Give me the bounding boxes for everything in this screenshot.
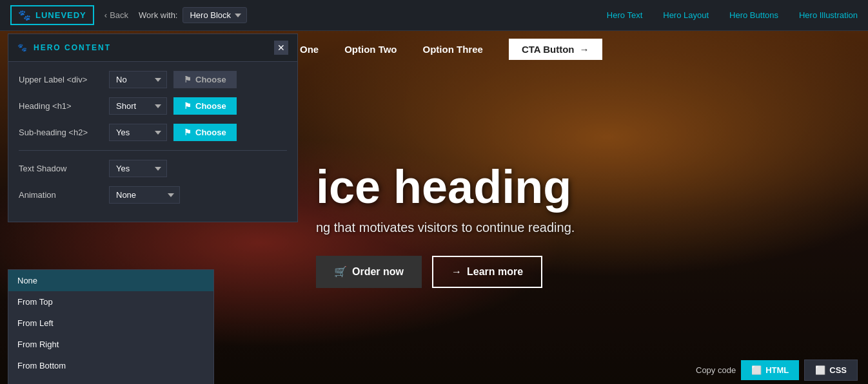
css-label: CSS	[829, 365, 847, 375]
hero-cta-nav-label: CTA Button	[522, 44, 575, 55]
panel-title-text: HERO CONTENT	[34, 43, 111, 52]
text-shadow-label: Text Shadow	[19, 164, 103, 173]
learn-more-button[interactable]: → Learn more	[432, 256, 542, 288]
choose-icon-2: ⚑	[184, 128, 192, 137]
css-icon: ⬜	[815, 365, 825, 375]
logo-icon: 🐾	[18, 9, 32, 21]
text-shadow-select[interactable]: No Yes	[109, 160, 167, 177]
upper-label-select[interactable]: No Yes	[109, 71, 167, 88]
animation-label: Animation	[19, 190, 103, 200]
choose-icon-1: ⚑	[184, 101, 192, 111]
bottom-bar: Copy code ⬜ HTML ⬜ CSS	[686, 356, 868, 384]
text-shadow-row: Text Shadow No Yes	[19, 160, 287, 177]
panel-icon: 🐾	[17, 43, 28, 52]
subheading-select[interactable]: No Yes	[109, 124, 167, 141]
dropdown-item-fade-in[interactable]: Fade In	[8, 376, 213, 384]
logo-text: LUNEVEDY	[35, 10, 86, 20]
arrow-right-icon: →	[580, 44, 589, 55]
work-with-section: Work with: Hero BlockText BlockCard Bloc…	[139, 7, 247, 23]
heading-label: Heading <h1>	[19, 101, 103, 111]
html-button[interactable]: ⬜ HTML	[741, 360, 799, 380]
order-now-label: Order now	[352, 266, 404, 278]
top-navigation: Hero Text Hero Layout Hero Buttons Hero …	[607, 10, 858, 20]
arrow-icon: →	[451, 266, 462, 278]
panel-divider	[19, 150, 287, 151]
dropdown-item-none[interactable]: None	[8, 270, 213, 291]
subheading-row: Sub-heading <h2> No Yes ⚑ Choose	[19, 124, 287, 141]
html-label: HTML	[765, 365, 789, 375]
hero-nav-option-two[interactable]: Option Two	[344, 44, 397, 55]
logo: 🐾 LUNEVEDY	[10, 5, 94, 25]
subheading-choose-button[interactable]: ⚑ Choose	[173, 124, 237, 141]
panel-close-button[interactable]: ✕	[274, 41, 288, 55]
choose-label-1: Choose	[195, 101, 226, 111]
animation-select[interactable]: None From Top From Left From Right From …	[109, 186, 180, 204]
back-chevron-icon: ‹	[104, 10, 107, 20]
nav-hero-layout[interactable]: Hero Layout	[663, 10, 709, 20]
panel-body: Upper Label <div> No Yes ⚑ Choose Headin…	[8, 62, 297, 222]
heading-choose-button[interactable]: ⚑ Choose	[173, 97, 237, 115]
main-area: Option One Option Two Option Three CTA B…	[0, 31, 868, 384]
hero-cta-nav-button[interactable]: CTA Button →	[509, 39, 602, 60]
choose-icon-0: ⚑	[184, 75, 192, 84]
cart-icon: 🛒	[334, 265, 347, 278]
nav-hero-buttons[interactable]: Hero Buttons	[729, 10, 778, 20]
dropdown-item-from-bottom[interactable]: From Bottom	[8, 355, 213, 376]
hero-subheading: ng that motivates visitors to continue r…	[316, 220, 842, 235]
heading-select[interactable]: Short Medium Long	[109, 97, 167, 115]
hero-heading: ice heading	[316, 164, 842, 210]
subheading-label: Sub-heading <h2>	[19, 128, 103, 137]
css-button[interactable]: ⬜ CSS	[804, 360, 858, 381]
panel-title: 🐾 HERO CONTENT	[17, 43, 111, 52]
heading-row: Heading <h1> Short Medium Long ⚑ Choose	[19, 97, 287, 115]
upper-label-choose-button[interactable]: ⚑ Choose	[173, 71, 237, 88]
animation-row: Animation None From Top From Left From R…	[19, 186, 287, 204]
hero-buttons: 🛒 Order now → Learn more	[316, 256, 842, 288]
choose-label-2: Choose	[195, 128, 226, 137]
html-icon: ⬜	[751, 365, 762, 375]
hero-nav-option-three[interactable]: Option Three	[423, 44, 483, 55]
panel-header: 🐾 HERO CONTENT ✕	[8, 34, 297, 62]
nav-hero-text[interactable]: Hero Text	[607, 10, 642, 20]
dropdown-item-from-top[interactable]: From Top	[8, 291, 213, 312]
work-with-label: Work with:	[139, 10, 177, 20]
upper-label-label: Upper Label <div>	[19, 75, 103, 84]
dropdown-item-from-right[interactable]: From Right	[8, 334, 213, 355]
copy-code-label: Copy code	[696, 365, 736, 375]
dropdown-item-from-left[interactable]: From Left	[8, 312, 213, 334]
animation-dropdown: None From Top From Left From Right From …	[8, 269, 214, 384]
upper-label-row: Upper Label <div> No Yes ⚑ Choose	[19, 71, 287, 88]
back-label: Back	[110, 10, 128, 20]
work-with-select[interactable]: Hero BlockText BlockCard Block	[182, 7, 247, 23]
nav-hero-illustration[interactable]: Hero Illustration	[799, 10, 858, 20]
order-now-button[interactable]: 🛒 Order now	[316, 256, 422, 288]
hero-content: ice heading ng that motivates visitors t…	[290, 67, 868, 384]
back-button[interactable]: ‹ Back	[104, 10, 128, 20]
choose-label-0: Choose	[195, 75, 226, 84]
learn-more-label: Learn more	[467, 266, 523, 278]
hero-content-panel: 🐾 HERO CONTENT ✕ Upper Label <div> No Ye…	[8, 34, 298, 222]
topbar: 🐾 LUNEVEDY ‹ Back Work with: Hero BlockT…	[0, 0, 868, 31]
